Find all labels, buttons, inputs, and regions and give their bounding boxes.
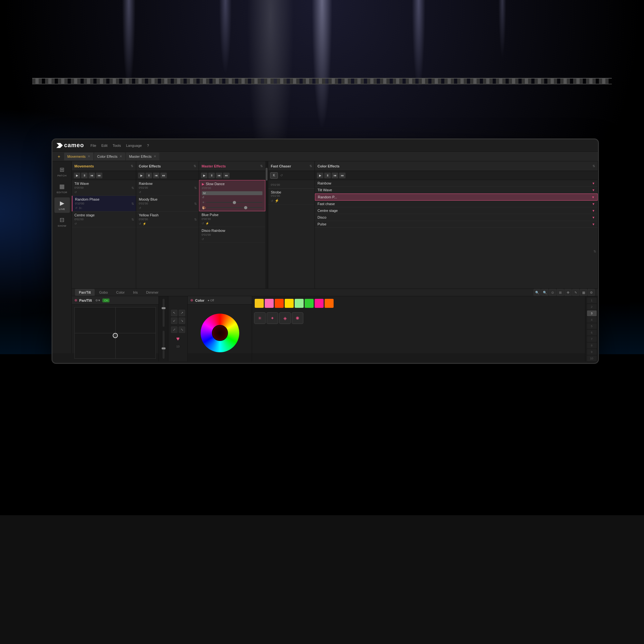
movements-prev[interactable]: ⏮ [89, 173, 95, 178]
color-right-pulse[interactable]: Pulse ▼ [315, 221, 598, 228]
menu-file[interactable]: File [90, 144, 96, 147]
v-slider-2-thumb[interactable] [162, 347, 166, 349]
effect-slow-dance[interactable]: ▶ Slow Dance 0'05'00 M ↺ ☀ [199, 180, 265, 211]
color-right-next[interactable]: ⏭ [339, 173, 346, 178]
swatch-orange[interactable] [325, 299, 334, 308]
color-right-rainbow[interactable]: Rainbow ▼ [315, 180, 598, 187]
tab-color-effects-close[interactable]: ✕ [119, 155, 122, 158]
menu-edit[interactable]: Edit [101, 144, 108, 147]
effect-tilt-wave[interactable]: Tilt Wave 0'05'00 ⇅ ↺ [72, 180, 136, 196]
movements-pause[interactable]: ⏸ [81, 173, 88, 178]
tab-gobo[interactable]: Gobo [95, 289, 112, 296]
fast-chaser-sort-icon[interactable]: ⇅ [309, 164, 312, 168]
color-wheel-container[interactable] [188, 305, 252, 361]
swatch-gold[interactable] [285, 299, 294, 308]
slow-dance-speed-thumb[interactable] [244, 206, 247, 209]
color-wheel[interactable] [201, 314, 239, 352]
settings-icon[interactable]: ⚙ [588, 289, 595, 296]
master-effects-scrollbar[interactable] [265, 161, 268, 289]
color-right-pause[interactable]: ⏸ [324, 173, 331, 178]
master-effects-play[interactable]: ▶ [201, 173, 207, 178]
vertical-slider-2[interactable] [163, 331, 165, 359]
swatch-red[interactable] [275, 299, 284, 308]
fx-sparkle[interactable]: ✳ [254, 312, 266, 324]
effect-random-phase[interactable]: Random Phase 0'10'00 ⇅ ↺ 3○ [72, 196, 136, 212]
tab-movements[interactable]: Movements ✕ [64, 153, 93, 160]
num-4[interactable]: 4 [587, 317, 597, 323]
pencil-icon[interactable]: ✎ [572, 289, 579, 296]
fast-chaser-k-button[interactable]: K [270, 172, 278, 179]
grid-icon[interactable]: ⊞ [557, 289, 564, 296]
master-effects-pause[interactable]: ⏸ [208, 173, 215, 178]
color-right-tilt-wave[interactable]: Tilt Wave ▼ [315, 187, 598, 194]
num-10[interactable]: 10 [587, 355, 597, 361]
swatch-light-green[interactable] [295, 299, 304, 308]
num-1[interactable]: 1 [587, 298, 597, 303]
movements-sort-icon[interactable]: ⇅ [131, 164, 133, 168]
fx-star[interactable]: ✦ [267, 312, 278, 324]
nav-up-left[interactable]: ↖ [171, 310, 177, 316]
nav-down-right[interactable]: ↘ [179, 317, 185, 324]
master-effects-scroll-thumb[interactable] [266, 168, 268, 181]
color-effects-play[interactable]: ▶ [138, 173, 145, 178]
tab-color-effects[interactable]: Color Effects ✕ [94, 153, 125, 160]
v-slider-1-thumb[interactable] [162, 307, 166, 309]
grid2-icon[interactable]: ▦ [580, 289, 587, 296]
swatch-green[interactable] [305, 299, 314, 308]
move-icon[interactable]: ✥ [564, 289, 572, 296]
pan-tilt-grid[interactable] [74, 307, 156, 359]
effect-yellow-flash[interactable]: Yellow Flash 0'00'30 ⇅ ↺ ⚡ [136, 212, 199, 227]
tab-dimmer[interactable]: Dimmer [142, 289, 163, 296]
color-effects-sort-icon[interactable]: ⇅ [194, 164, 196, 168]
color-right-fast-chase[interactable]: Fast chase ▼ [315, 201, 598, 207]
sidebar-item-editor[interactable]: ▦ EDITOR [54, 181, 70, 196]
master-effects-prev[interactable]: ⏮ [216, 173, 222, 178]
color-effects-pause[interactable]: ⏸ [146, 173, 152, 178]
tab-color[interactable]: Color [112, 289, 128, 296]
num-7[interactable]: 7 [587, 336, 597, 342]
tab-pan-tilt[interactable]: Pan/Tilt [75, 289, 95, 296]
num-2[interactable]: 2 [587, 304, 597, 310]
effect-rainbow[interactable]: Rainbow 0'01'00 ⇅ ↺ [136, 180, 199, 196]
sidebar-item-show[interactable]: ⊟ SHOW [54, 214, 70, 230]
color-right-play[interactable]: ▶ [317, 173, 323, 178]
num-9[interactable]: 9 [587, 349, 597, 355]
zoom-out-icon[interactable]: 🔍 [541, 289, 548, 296]
master-effects-next[interactable]: ⏭ [223, 173, 230, 178]
swatch-deep-pink[interactable] [315, 299, 324, 308]
color-right-prev[interactable]: ⏮ [332, 173, 338, 178]
effect-disco-rainbow[interactable]: Disco Rainbow 0'01'00 ↺ [199, 227, 265, 243]
effect-centre-stage[interactable]: Centre stage 0'01'00 ⇅ ↺ [72, 212, 136, 227]
movements-play[interactable]: ▶ [74, 173, 80, 178]
color-right-random-p[interactable]: Random P... ▼ [315, 194, 598, 201]
menu-help[interactable]: ? [147, 144, 149, 147]
fx-burst[interactable]: ✺ [292, 312, 303, 324]
slow-dance-slider[interactable] [206, 202, 262, 203]
color-right-centre-stage[interactable]: Centre stage ▼ [315, 207, 598, 214]
num-5[interactable]: 5 [587, 323, 597, 329]
tab-master-effects-close[interactable]: ✕ [154, 155, 156, 158]
vertical-slider-1[interactable] [163, 299, 165, 327]
tab-add-button[interactable]: + [56, 153, 62, 160]
color-right-sort-icon[interactable]: ⇅ [592, 164, 595, 168]
sidebar-item-patch[interactable]: ⊞ PATCH [54, 164, 70, 179]
swatch-yellow[interactable] [255, 299, 264, 308]
pan-tilt-dot[interactable] [113, 333, 118, 338]
effect-moody-blue[interactable]: Moody Blue 0'01'00 ⇅ ↺ [136, 196, 199, 212]
num-8[interactable]: 8 [587, 343, 597, 348]
num-6[interactable]: 6 [587, 330, 597, 336]
menu-tools[interactable]: Tools [113, 144, 121, 147]
num-3[interactable]: 3 [587, 310, 597, 316]
menu-language[interactable]: Language [126, 144, 142, 147]
effect-blue-pulse[interactable]: Blue Pulse 0'00'30 ↺ ⚡ [199, 211, 265, 227]
tab-iris[interactable]: Iris [129, 289, 142, 296]
sidebar-item-live[interactable]: ▶ LIVE [54, 197, 70, 213]
slow-dance-thumb[interactable] [233, 201, 236, 204]
effect-strobe[interactable]: Strobe 0'01'00 ⇅ ↺ ⚡ [268, 189, 315, 205]
nav-down-left[interactable]: ↙ [171, 317, 177, 324]
color-effects-next[interactable]: ⏭ [160, 173, 167, 178]
nav-up-right[interactable]: ↗ [179, 310, 185, 316]
expand-icon[interactable]: ⤢ [171, 327, 177, 333]
movements-next[interactable]: ⏭ [96, 173, 102, 178]
tab-movements-close[interactable]: ✕ [88, 155, 90, 158]
